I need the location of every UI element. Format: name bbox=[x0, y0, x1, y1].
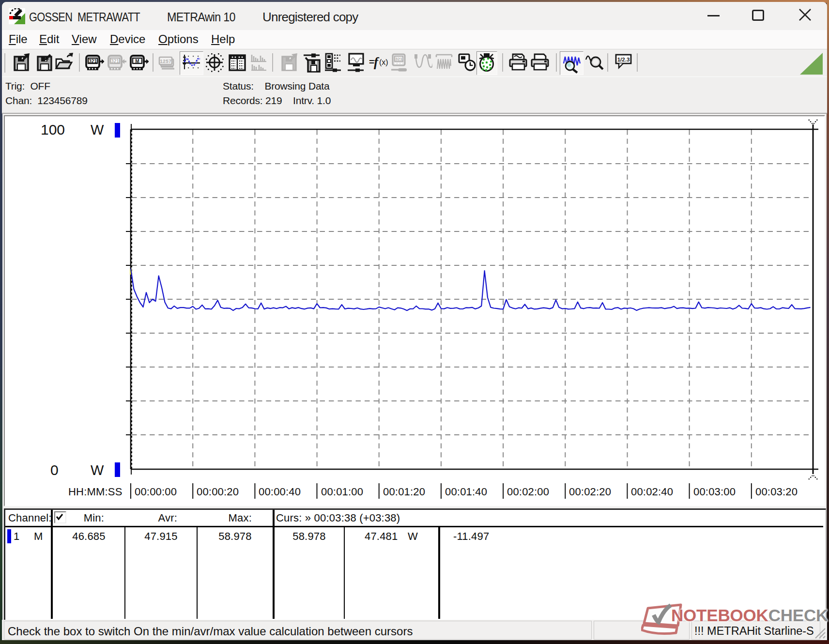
svg-text:321: 321 bbox=[395, 57, 402, 61]
svg-text:(x): (x) bbox=[379, 58, 388, 66]
svg-text:1/2.3: 1/2.3 bbox=[617, 57, 630, 62]
svg-text:321: 321 bbox=[111, 59, 119, 64]
svg-text:1257: 1257 bbox=[160, 59, 171, 64]
svg-text:M: M bbox=[135, 59, 139, 64]
svg-text:321: 321 bbox=[89, 59, 97, 64]
